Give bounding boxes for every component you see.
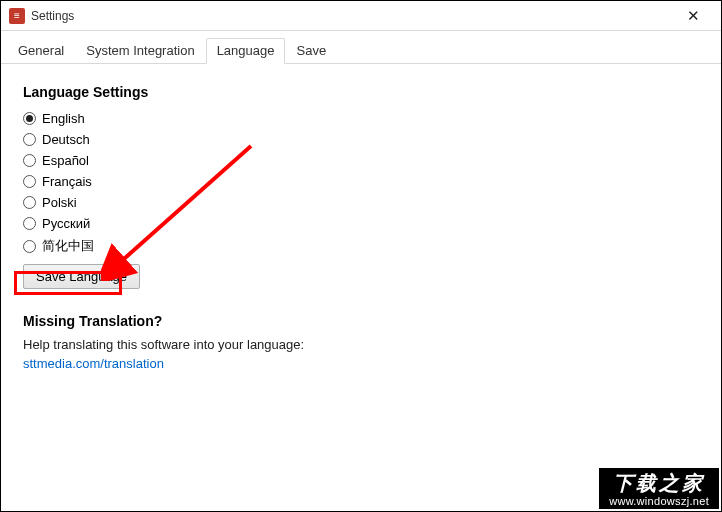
missing-translation-heading: Missing Translation? — [23, 313, 699, 329]
radio-label: Polski — [42, 195, 77, 210]
radio-polski[interactable]: Polski — [23, 192, 699, 213]
tab-save[interactable]: Save — [285, 38, 337, 64]
missing-translation-text: Help translating this software into your… — [23, 337, 699, 352]
tab-system-integration[interactable]: System Integration — [75, 38, 205, 64]
radio-icon — [23, 175, 36, 188]
radio-label: Русский — [42, 216, 90, 231]
watermark-text: 下载之家 — [609, 471, 709, 495]
radio-label: 简化中国 — [42, 237, 94, 255]
radio-icon — [23, 217, 36, 230]
language-settings-heading: Language Settings — [23, 84, 699, 100]
save-language-button[interactable]: Save Language — [23, 264, 140, 289]
tab-strip: General System Integration Language Save — [1, 31, 721, 64]
radio-label: Español — [42, 153, 89, 168]
window-title: Settings — [31, 9, 673, 23]
radio-icon — [23, 196, 36, 209]
tab-language[interactable]: Language — [206, 38, 286, 64]
tab-label: System Integration — [86, 43, 194, 58]
titlebar: ≡ Settings ✕ — [1, 1, 721, 31]
tab-general[interactable]: General — [7, 38, 75, 64]
tab-label: Save — [296, 43, 326, 58]
radio-deutsch[interactable]: Deutsch — [23, 129, 699, 150]
watermark: 下载之家 www.windowszj.net — [599, 468, 719, 509]
radio-simplified-chinese[interactable]: 简化中国 — [23, 234, 699, 258]
watermark-url: www.windowszj.net — [609, 495, 709, 508]
tab-label: Language — [217, 43, 275, 58]
radio-espanol[interactable]: Español — [23, 150, 699, 171]
radio-label: English — [42, 111, 85, 126]
radio-label: Deutsch — [42, 132, 90, 147]
radio-label: Français — [42, 174, 92, 189]
missing-translation-section: Missing Translation? Help translating th… — [23, 313, 699, 371]
radio-english[interactable]: English — [23, 108, 699, 129]
radio-icon — [23, 154, 36, 167]
radio-russian[interactable]: Русский — [23, 213, 699, 234]
app-icon: ≡ — [9, 8, 25, 24]
radio-icon — [23, 240, 36, 253]
tab-content: Language Settings English Deutsch Españo… — [1, 64, 721, 391]
button-label: Save Language — [36, 269, 127, 284]
close-button[interactable]: ✕ — [673, 3, 713, 28]
tab-label: General — [18, 43, 64, 58]
translation-link[interactable]: sttmedia.com/translation — [23, 356, 164, 371]
radio-icon — [23, 133, 36, 146]
radio-icon — [23, 112, 36, 125]
radio-francais[interactable]: Français — [23, 171, 699, 192]
